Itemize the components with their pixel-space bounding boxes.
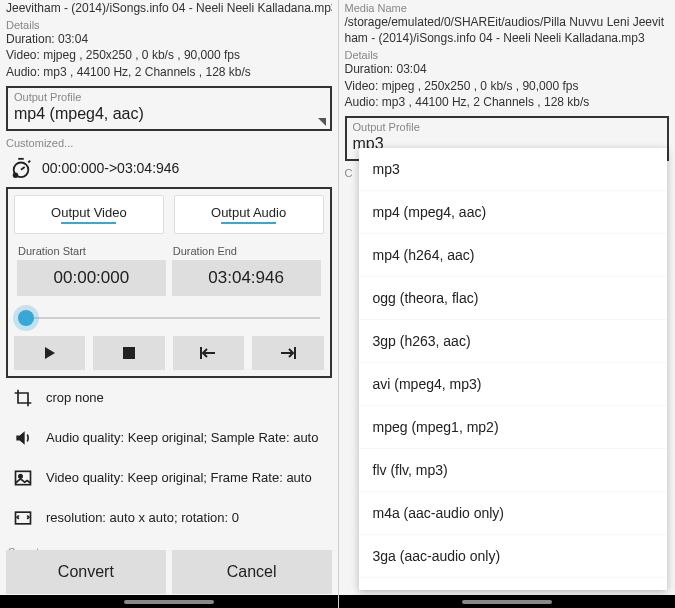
tab-underline [61,222,116,224]
dropdown-option[interactable]: 3ga (aac-audio only) [359,535,668,578]
details-duration: Duration: 03:04 [345,61,670,77]
dropdown-option[interactable]: mp4 (mpeg4, aac) [359,191,668,234]
left-screen: Jeevitham - (2014)/iSongs.info 04 - Neel… [0,0,338,608]
android-nav-bar [339,595,676,608]
svg-rect-2 [15,174,17,176]
tab-label: Output Video [51,205,127,220]
mark-out-button[interactable] [252,336,323,370]
output-profile-label: Output Profile [353,121,662,133]
setting-text: crop none [46,390,104,405]
output-profile-label: Output Profile [14,91,324,103]
convert-button[interactable]: Convert [6,550,166,594]
slider-track [18,317,320,319]
android-nav-bar [0,595,338,608]
setting-text: Audio quality: Keep original; Sample Rat… [46,430,318,445]
setting-video[interactable]: Video quality: Keep original; Frame Rate… [6,458,332,498]
nav-pill[interactable] [124,600,214,604]
duration-start-value[interactable]: 00:00:000 [17,260,166,296]
trim-slider[interactable] [18,310,320,326]
dropdown-arrow-icon [318,118,326,126]
details-duration: Duration: 03:04 [6,31,332,47]
dropdown-option[interactable]: 3gp (h263, aac) [359,320,668,363]
setting-text: Video quality: Keep original; Frame Rate… [46,470,312,485]
right-screen: Media Name /storage/emulated/0/SHAREit/a… [338,0,676,608]
output-profile-value: mp4 (mpeg4, aac) [14,105,324,123]
svg-rect-4 [123,347,135,359]
play-button[interactable] [14,336,85,370]
duration-start-label: Duration Start [14,242,169,260]
details-audio: Audio: mp3 , 44100 Hz, 2 Channels , 128 … [6,64,332,80]
mark-in-button[interactable] [173,336,244,370]
stop-button[interactable] [93,336,164,370]
dropdown-option[interactable]: mpeg (mpeg1, mp2) [359,406,668,449]
image-icon [12,468,34,488]
output-panel: Output Video Output Audio Duration Start… [6,187,332,378]
tab-output-audio[interactable]: Output Audio [174,195,324,234]
dropdown-option[interactable]: mp4 (h264, aac) [359,234,668,277]
dropdown-option[interactable]: avi (mpeg4, mp3) [359,363,668,406]
duration-end-label: Duration End [169,242,324,260]
resolution-icon [12,508,34,528]
slider-thumb[interactable] [18,310,34,326]
tab-output-video[interactable]: Output Video [14,195,164,234]
dropdown-option[interactable]: m4a (aac-audio only) [359,492,668,535]
svg-marker-3 [45,347,55,359]
time-range: 00:00:000->03:04:946 [42,160,179,176]
file-name: Jeevitham - (2014)/iSongs.info 04 - Neel… [6,0,332,16]
speaker-icon [12,428,34,448]
output-profile-dropdown[interactable]: mp3mp4 (mpeg4, aac)mp4 (h264, aac)ogg (t… [359,148,668,590]
setting-resolution[interactable]: resolution: auto x auto; rotation: 0 [6,498,332,538]
details-video: Video: mjpeg , 250x250 , 0 kb/s , 90,000… [6,47,332,63]
setting-text: resolution: auto x auto; rotation: 0 [46,510,239,525]
details-video: Video: mjpeg , 250x250 , 0 kb/s , 90,000… [345,78,670,94]
dropdown-option[interactable]: oga (flac-audio only) [359,578,668,590]
media-name-label: Media Name [345,2,670,14]
details-label: Details [6,19,332,31]
details-label: Details [345,49,670,61]
svg-rect-5 [16,471,31,484]
details-audio: Audio: mp3 , 44100 Hz, 2 Channels , 128 … [345,94,670,110]
tab-underline [221,222,276,224]
dropdown-option[interactable]: flv (flv, mp3) [359,449,668,492]
dropdown-option[interactable]: mp3 [359,148,668,191]
nav-pill[interactable] [462,600,552,604]
duration-end-value[interactable]: 03:04:946 [172,260,321,296]
customized-label: Customized... [6,137,332,149]
clock-timer-icon[interactable] [10,157,32,179]
setting-crop[interactable]: crop none [6,378,332,418]
output-profile-field[interactable]: Output Profile mp4 (mpeg4, aac) [6,86,332,131]
setting-audio[interactable]: Audio quality: Keep original; Sample Rat… [6,418,332,458]
file-path: /storage/emulated/0/SHAREit/audios/Pilla… [345,14,670,46]
crop-icon [12,388,34,408]
tab-label: Output Audio [211,205,286,220]
dropdown-option[interactable]: ogg (theora, flac) [359,277,668,320]
cancel-button[interactable]: Cancel [172,550,332,594]
svg-point-6 [19,474,22,477]
